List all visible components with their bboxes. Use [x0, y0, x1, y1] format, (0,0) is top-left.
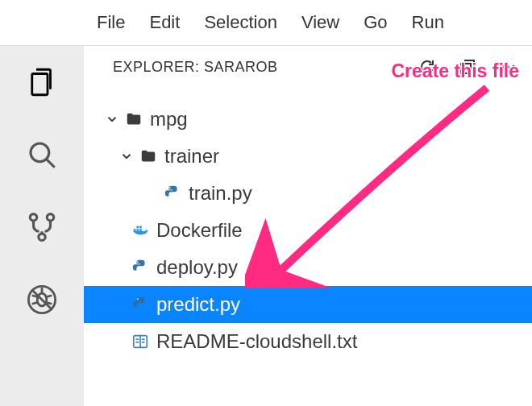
svg-point-25: [137, 261, 139, 263]
svg-rect-22: [139, 229, 142, 231]
tree-label: Dockerfile: [156, 219, 243, 242]
folder-icon: [137, 147, 160, 165]
svg-point-26: [137, 298, 139, 300]
menu-run[interactable]: Run: [412, 12, 444, 33]
chevron-down-icon: [118, 149, 135, 164]
activity-bar: [0, 46, 84, 406]
svg-point-18: [512, 65, 515, 68]
activity-debug-disabled-icon[interactable]: [23, 281, 60, 318]
explorer-title: EXPLORER: SARAROB: [113, 59, 278, 76]
chevron-down-icon: [103, 112, 121, 126]
svg-point-1: [31, 143, 49, 162]
explorer-sidebar: EXPLORER: SARAROB: [84, 46, 532, 406]
svg-point-16: [501, 65, 504, 68]
tree-file-readme[interactable]: README-cloudshell.txt: [84, 323, 532, 360]
tree-label: mpg: [150, 108, 188, 130]
tree-file-predict[interactable]: predict.py: [84, 286, 532, 323]
menu-view[interactable]: View: [301, 12, 339, 33]
activity-source-control-icon[interactable]: [23, 209, 60, 246]
tree-label: train.py: [189, 182, 252, 205]
tree-file-train[interactable]: train.py: [84, 175, 532, 212]
tree-file-deploy[interactable]: deploy.py: [84, 249, 532, 286]
svg-line-11: [32, 303, 37, 304]
workspace: EXPLORER: SARAROB: [0, 45, 532, 406]
svg-rect-23: [136, 226, 139, 229]
tree-label: deploy.py: [156, 256, 238, 279]
activity-explorer-icon[interactable]: [23, 64, 60, 101]
tree-label: predict.py: [156, 293, 240, 316]
python-file-icon: [129, 296, 152, 313]
explorer-header: EXPLORER: SARAROB: [84, 56, 532, 86]
svg-rect-24: [139, 226, 142, 229]
svg-point-5: [39, 234, 45, 240]
activity-search-icon[interactable]: [23, 136, 60, 173]
menu-file[interactable]: File: [97, 12, 125, 33]
menubar: File Edit Selection View Go Run: [0, 0, 532, 45]
tree-label: README-cloudshell.txt: [156, 330, 357, 353]
text-file-icon: [129, 333, 152, 350]
svg-rect-0: [32, 74, 48, 95]
svg-point-17: [506, 65, 509, 68]
tree-file-dockerfile[interactable]: Dockerfile: [84, 212, 532, 249]
svg-line-10: [47, 296, 52, 297]
file-tree: mpg trainer train.py: [84, 86, 532, 360]
python-file-icon: [161, 184, 184, 202]
python-file-icon: [129, 259, 152, 276]
svg-point-4: [47, 214, 53, 221]
menu-go[interactable]: Go: [364, 12, 387, 33]
tree-folder-mpg[interactable]: mpg: [84, 101, 532, 138]
collapse-all-icon[interactable]: [456, 56, 479, 78]
folder-icon: [123, 110, 145, 128]
refresh-icon[interactable]: [416, 56, 438, 78]
svg-point-19: [169, 187, 171, 188]
tree-folder-trainer[interactable]: trainer: [84, 138, 532, 175]
svg-line-2: [47, 160, 55, 168]
tree-label: trainer: [164, 145, 219, 168]
more-actions-icon[interactable]: [497, 56, 519, 78]
svg-rect-21: [136, 229, 139, 231]
menu-edit[interactable]: Edit: [149, 12, 180, 33]
menu-selection[interactable]: Selection: [204, 12, 277, 33]
svg-rect-20: [134, 229, 136, 231]
svg-point-3: [30, 214, 36, 221]
docker-file-icon: [129, 222, 152, 239]
